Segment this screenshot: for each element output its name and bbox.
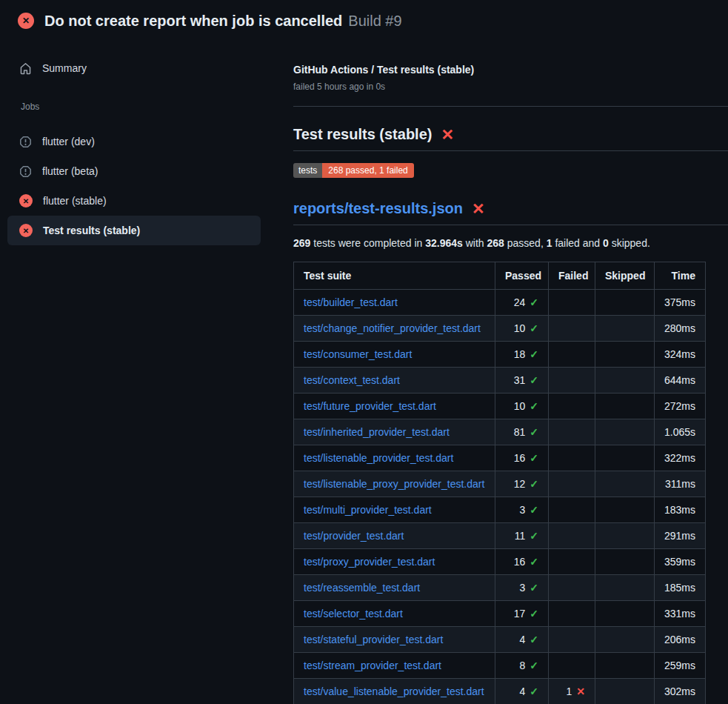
table-row: test/multi_provider_test.dart3✓183ms — [294, 497, 706, 523]
test-suite-link[interactable]: test/stream_provider_test.dart — [304, 660, 441, 671]
summary-fragment: with — [463, 237, 487, 249]
main-content: GitHub Actions / Test results (stable) f… — [290, 40, 728, 704]
table-row: test/future_provider_test.dart10✓272ms — [294, 393, 706, 419]
table-row: test/change_notifier_provider_test.dart1… — [294, 316, 706, 342]
cell-pass-check: 16✓ — [495, 549, 549, 575]
cell-test-suite: test/change_notifier_provider_test.dart — [294, 316, 495, 342]
table-row: test/context_test.dart31✓644ms — [294, 368, 706, 393]
cell-time: 291ms — [655, 523, 706, 549]
sidebar-item-label: flutter (dev) — [42, 136, 95, 147]
cell-skipped — [595, 471, 655, 497]
sidebar-item-summary[interactable]: Summary — [7, 53, 261, 83]
cell-skipped — [595, 290, 655, 316]
section-title: Test results (stable) ✕ — [293, 124, 728, 151]
cell-fail-x: 1✕ — [549, 679, 595, 704]
cell-pass-check: 31✓ — [495, 368, 549, 393]
cell-test-suite: test/stateful_provider_test.dart — [294, 627, 495, 653]
cell-fail-x — [549, 342, 595, 368]
cell-fail-x — [549, 653, 595, 679]
test-suite-link[interactable]: test/change_notifier_provider_test.dart — [304, 322, 481, 334]
column-header-time: Time — [655, 262, 706, 290]
cell-time: 324ms — [655, 342, 706, 368]
column-header-skipped: Skipped — [595, 262, 655, 290]
cell-test-suite: test/builder_test.dart — [294, 290, 495, 316]
cell-test-suite: test/proxy_provider_test.dart — [294, 549, 495, 575]
pass-check-icon: ✓ — [530, 634, 538, 645]
report-file-title-text: reports/test-results.json — [293, 199, 463, 218]
cell-time: 322ms — [655, 445, 706, 471]
summary-fragment: skipped. — [609, 237, 650, 249]
cell-test-suite: test/reassemble_test.dart — [294, 575, 495, 601]
pass-check-icon: ✓ — [530, 478, 538, 490]
summary-number: 32.964s — [425, 237, 463, 249]
pass-check-icon: ✓ — [530, 556, 538, 568]
results-table-body: test/builder_test.dart24✓375mstest/chang… — [294, 290, 706, 704]
table-row: test/value_listenable_provider_test.dart… — [294, 679, 706, 704]
pass-check-icon: ✓ — [530, 660, 538, 671]
count-value: 4 — [519, 685, 525, 697]
test-suite-link[interactable]: test/context_test.dart — [304, 374, 400, 386]
cell-fail-x — [549, 393, 595, 419]
cell-test-suite: test/inherited_provider_test.dart — [294, 419, 495, 445]
cell-skipped — [595, 627, 655, 653]
cell-pass-check: 4✓ — [495, 679, 549, 704]
cell-fail-x — [549, 549, 595, 575]
test-suite-link[interactable]: test/provider_test.dart — [304, 530, 404, 542]
test-suite-link[interactable]: test/reassemble_test.dart — [304, 582, 420, 594]
cell-time: 183ms — [655, 497, 706, 523]
build-number: Build #9 — [348, 13, 401, 29]
sidebar-item-flutter-dev[interactable]: flutter (dev) — [7, 127, 261, 156]
test-suite-link[interactable]: test/future_provider_test.dart — [304, 400, 436, 412]
failed-x-icon: ✕ — [472, 201, 485, 216]
cell-skipped — [595, 523, 655, 549]
count-value: 1 — [566, 685, 572, 697]
sidebar-item-flutter-stable[interactable]: ✕ flutter (stable) — [7, 186, 261, 216]
cell-time: 280ms — [655, 316, 706, 342]
test-suite-link[interactable]: test/listenable_proxy_provider_test.dart — [304, 478, 484, 490]
breadcrumb: GitHub Actions / Test results (stable) — [293, 62, 728, 77]
cell-time: 375ms — [655, 290, 706, 316]
jobs-section-label: Jobs — [21, 102, 290, 112]
count-value: 24 — [514, 296, 526, 308]
summary-text: 269 tests were completed in 32.964s with… — [293, 237, 728, 250]
sidebar-item-test-results-stable[interactable]: ✕ Test results (stable) — [7, 216, 261, 245]
failed-x-circle-icon: ✕ — [19, 224, 33, 237]
test-suite-link[interactable]: test/multi_provider_test.dart — [304, 504, 432, 516]
pass-check-icon: ✓ — [530, 374, 538, 386]
pass-check-icon: ✓ — [530, 608, 538, 620]
cell-time: 302ms — [655, 679, 706, 704]
test-suite-link[interactable]: test/selector_test.dart — [304, 608, 403, 620]
sidebar-item-flutter-beta[interactable]: flutter (beta) — [7, 156, 261, 186]
summary-number: 0 — [603, 237, 609, 249]
test-suite-link[interactable]: test/consumer_test.dart — [304, 348, 412, 360]
test-results-table: Test suitePassedFailedSkippedTime test/b… — [293, 262, 706, 704]
cell-pass-check: 12✓ — [495, 471, 549, 497]
count-value: 11 — [515, 530, 526, 542]
count-value: 16 — [514, 452, 526, 464]
test-suite-link[interactable]: test/value_listenable_provider_test.dart — [304, 685, 484, 697]
badge-label: tests — [293, 163, 322, 178]
test-suite-link[interactable]: test/stateful_provider_test.dart — [304, 634, 443, 645]
cell-fail-x — [549, 419, 595, 445]
cell-skipped — [595, 316, 655, 342]
home-icon — [19, 62, 32, 75]
column-header-passed: Passed — [495, 262, 549, 290]
test-suite-link[interactable]: test/listenable_provider_test.dart — [304, 452, 453, 464]
count-value: 3 — [519, 582, 525, 594]
count-value: 17 — [514, 608, 526, 620]
test-suite-link[interactable]: test/proxy_provider_test.dart — [304, 556, 435, 568]
test-suite-link[interactable]: test/builder_test.dart — [304, 296, 398, 308]
cell-pass-check: 3✓ — [495, 575, 549, 601]
table-row: test/reassemble_test.dart3✓185ms — [294, 575, 706, 601]
badge-value: 268 passed, 1 failed — [322, 163, 413, 178]
table-row: test/stream_provider_test.dart8✓259ms — [294, 653, 706, 679]
table-row: test/stateful_provider_test.dart4✓206ms — [294, 627, 706, 653]
cell-pass-check: 10✓ — [495, 393, 549, 419]
test-suite-link[interactable]: test/inherited_provider_test.dart — [304, 426, 450, 438]
cell-fail-x — [549, 497, 595, 523]
failed-x-circle-icon: ✕ — [19, 194, 33, 207]
cell-fail-x — [549, 368, 595, 393]
cell-test-suite: test/selector_test.dart — [294, 601, 495, 627]
cell-test-suite: test/listenable_provider_test.dart — [294, 445, 495, 471]
table-row: test/listenable_proxy_provider_test.dart… — [294, 471, 706, 497]
